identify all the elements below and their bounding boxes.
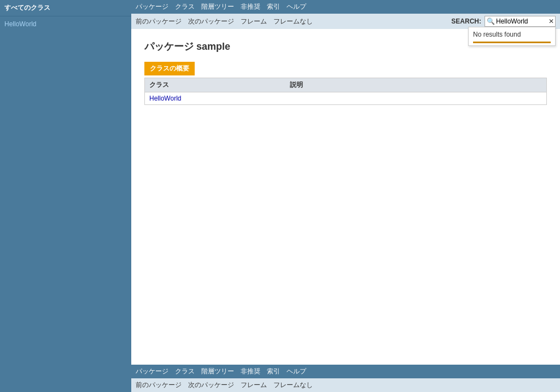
top-sub-nav-bar: 前のパッケージ次のパッケージフレームフレームなし SEARCH: 🔍 ✕ No … [131,14,560,29]
search-input[interactable] [485,16,556,27]
nav-item[interactable]: 階層ツリー [201,367,234,376]
bottom-nav-bar: パッケージクラス階層ツリー非推奨索引ヘルプ [131,365,560,378]
nav-item[interactable]: 非推奨 [241,2,260,11]
sidebar-list: HelloWorld [0,16,131,32]
subnav-item[interactable]: 次のパッケージ [188,381,234,390]
table-cell-class: HelloWorld [145,92,285,105]
subnav-item[interactable]: 前のパッケージ [136,381,182,390]
search-area: SEARCH: 🔍 ✕ No results found [451,16,556,27]
nav-item[interactable]: ヘルプ [287,2,306,11]
sidebar-item[interactable]: HelloWorld [0,19,131,30]
subnav-item[interactable]: 次のパッケージ [188,17,234,26]
nav-item[interactable]: 索引 [267,2,280,11]
nav-item[interactable]: クラス [175,367,195,376]
nav-item[interactable]: パッケージ [136,2,168,11]
top-nav-bar: パッケージクラス階層ツリー非推奨索引ヘルプ [131,0,560,14]
col-desc-header: 説明 [285,78,547,92]
search-clear-button[interactable]: ✕ [549,18,554,25]
subnav-item[interactable]: フレームなし [273,17,313,26]
main-content: パッケージクラス階層ツリー非推奨索引ヘルプ 前のパッケージ次のパッケージフレーム… [131,0,560,392]
sidebar-title: すべてのクラス [0,0,131,16]
page-content: パッケージ sample クラスの概要 クラス 説明 HelloWorld [131,29,560,365]
nav-item[interactable]: パッケージ [136,367,168,376]
sidebar: すべてのクラス HelloWorld [0,0,131,392]
nav-item[interactable]: 階層ツリー [201,2,234,11]
search-icon: 🔍 [487,17,495,25]
search-label: SEARCH: [451,17,481,25]
col-class-header: クラス [145,78,285,92]
nav-item[interactable]: 非推奨 [241,367,260,376]
class-table-body: HelloWorld [145,92,547,105]
nav-item[interactable]: 索引 [267,367,280,376]
class-link[interactable]: HelloWorld [149,95,181,102]
subnav-item[interactable]: フレームなし [273,381,313,390]
nav-item[interactable]: クラス [175,2,195,11]
nav-item[interactable]: ヘルプ [287,367,306,376]
search-dropdown: No results found [468,27,556,46]
subnav-item[interactable]: 前のパッケージ [136,17,182,26]
table-row: HelloWorld [145,92,547,105]
tab-bar: クラスの概要 [144,62,547,75]
class-summary-tab[interactable]: クラスの概要 [144,62,195,75]
table-cell-desc [285,92,547,105]
search-input-wrapper: 🔍 ✕ No results found [485,16,556,27]
table-header-row: クラス 説明 [145,78,547,92]
search-no-results: No results found [469,27,555,42]
subnav-item[interactable]: フレーム [241,17,267,26]
search-dropdown-bar [473,42,551,43]
class-table: クラス 説明 HelloWorld [144,78,547,105]
bottom-sub-nav-bar: 前のパッケージ次のパッケージフレームフレームなし [131,378,560,392]
subnav-item[interactable]: フレーム [241,381,267,390]
